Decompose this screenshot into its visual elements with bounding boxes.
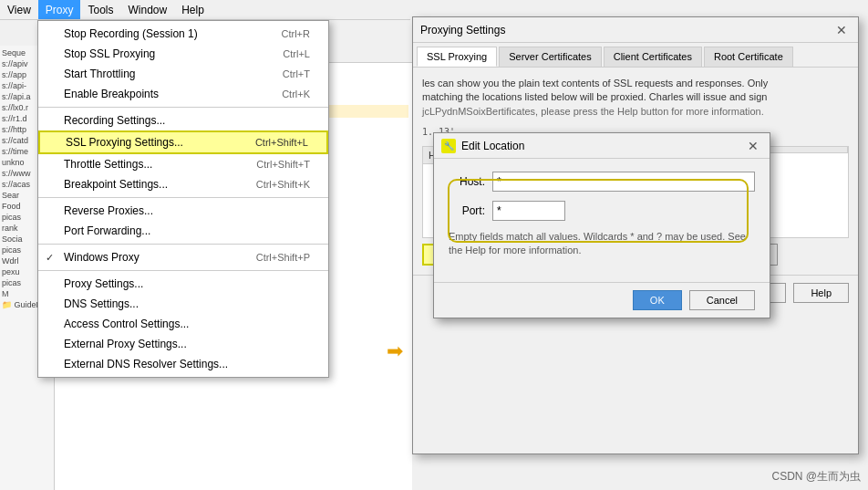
menu-window[interactable]: Window (121, 0, 175, 19)
proxy-dropdown-menu: Stop Recording (Session 1) Ctrl+R Stop S… (37, 20, 329, 378)
menu-external-proxy[interactable]: External Proxy Settings... (38, 334, 328, 354)
settings-close-button[interactable]: ✕ (832, 21, 851, 39)
menu-tools[interactable]: Tools (80, 0, 120, 19)
settings-description: les can show you the plain text contents… (422, 77, 849, 119)
settings-titlebar: Proxying Settings ✕ (413, 17, 858, 43)
menu-port-forwarding[interactable]: Port Forwarding... (38, 221, 328, 241)
edit-location-icon: 🔧 (441, 139, 456, 153)
menu-stop-ssl[interactable]: Stop SSL Proxying Ctrl+L (38, 44, 328, 64)
port-row: Port: (449, 201, 755, 221)
menu-divider (38, 107, 328, 108)
menu-dns-settings[interactable]: DNS Settings... (38, 294, 328, 314)
menu-start-throttling[interactable]: Start Throttling Ctrl+T (38, 64, 328, 84)
settings-help-button[interactable]: Help (793, 283, 849, 303)
menu-proxy-settings[interactable]: Proxy Settings... (38, 274, 328, 294)
menu-view[interactable]: View (0, 0, 38, 19)
tab-ssl-proxying[interactable]: SSL Proxying (417, 47, 497, 67)
port-label: Port: (449, 204, 485, 217)
edit-titlebar: 🔧 Edit Location ✕ (434, 133, 770, 159)
host-row: Host: (449, 172, 755, 192)
settings-tabs: SSL Proxying Server Certificates Client … (413, 43, 858, 68)
menu-proxy[interactable]: Proxy (38, 0, 81, 19)
menu-divider (38, 270, 328, 271)
menu-help[interactable]: Help (174, 0, 212, 19)
host-input[interactable] (492, 172, 755, 192)
annotation-arrow: ➡ (387, 339, 403, 363)
menu-divider (38, 197, 328, 198)
edit-dialog-title: Edit Location (461, 140, 524, 152)
edit-footer: OK Cancel (434, 282, 770, 318)
menu-stop-recording[interactable]: Stop Recording (Session 1) Ctrl+R (38, 24, 328, 44)
watermark: CSDN @生而为虫 (771, 469, 861, 485)
tab-root-cert[interactable]: Root Certificate (704, 47, 793, 67)
port-input[interactable] (492, 201, 565, 221)
tab-server-certs[interactable]: Server Certificates (499, 47, 601, 67)
menu-windows-proxy[interactable]: ✓ Windows Proxy Ctrl+Shift+P (38, 247, 328, 267)
menu-throttle-settings[interactable]: Throttle Settings... Ctrl+Shift+T (38, 154, 328, 174)
edit-ok-button[interactable]: OK (633, 290, 682, 310)
edit-location-dialog: 🔧 Edit Location ✕ Host: Port: Empty fiel… (433, 132, 770, 318)
host-label: Host: (449, 175, 485, 188)
menubar: View Proxy Tools Window Help (0, 0, 410, 20)
menu-access-control[interactable]: Access Control Settings... (38, 314, 328, 334)
menu-enable-breakpoints[interactable]: Enable Breakpoints Ctrl+K (38, 84, 328, 104)
settings-title: Proxying Settings (420, 24, 505, 36)
menu-recording-settings[interactable]: Recording Settings... (38, 110, 328, 130)
menu-reverse-proxies[interactable]: Reverse Proxies... (38, 201, 328, 221)
edit-cancel-button[interactable]: Cancel (689, 290, 755, 310)
edit-close-button[interactable]: ✕ (744, 137, 762, 155)
menu-external-dns[interactable]: External DNS Resolver Settings... (38, 354, 328, 374)
menu-ssl-proxying-settings[interactable]: SSL Proxying Settings... Ctrl+Shift+L (38, 130, 328, 154)
menu-breakpoint-settings[interactable]: Breakpoint Settings... Ctrl+Shift+K (38, 174, 328, 194)
edit-content: Host: Port: Empty fields match all value… (434, 159, 770, 282)
tab-client-certs[interactable]: Client Certificates (604, 47, 702, 67)
edit-info-text: Empty fields match all values. Wildcards… (449, 230, 755, 258)
menu-divider (38, 244, 328, 245)
